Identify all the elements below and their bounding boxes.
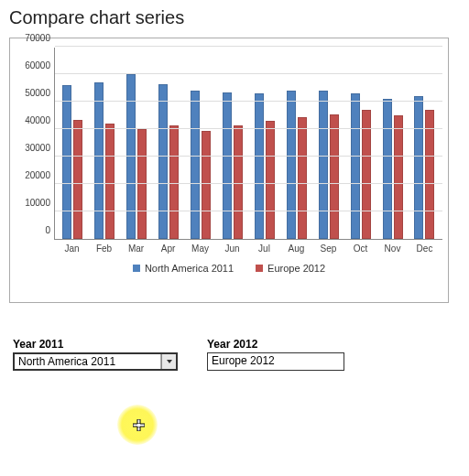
y-tick-label: 60000	[25, 60, 50, 70]
bar-eu	[330, 114, 339, 240]
control-year-2012: Year 2012 Europe 2012	[207, 338, 344, 371]
x-tick-label: Oct	[350, 243, 372, 254]
legend-label: North America 2011	[145, 263, 234, 274]
legend-item-na: North America 2011	[133, 263, 234, 274]
grid-line	[55, 73, 442, 74]
y-tick-label: 30000	[25, 143, 50, 153]
x-axis: JanFebMarAprMayJunJulAugSepOctNovDec	[54, 240, 442, 254]
x-tick-label: May	[190, 243, 212, 254]
bar-na	[414, 96, 423, 239]
bar-eu	[394, 115, 403, 239]
bar-group	[254, 93, 276, 239]
bar-eu	[73, 120, 82, 240]
bar-group	[190, 91, 212, 239]
dropdown-arrow-button[interactable]	[161, 354, 176, 369]
x-tick-label: Mar	[125, 243, 147, 254]
bar-eu	[298, 117, 307, 240]
legend-item-eu: Europe 2012	[256, 263, 325, 274]
page-title: Compare chart series	[9, 7, 460, 28]
bar-na	[158, 84, 168, 240]
x-tick-label: Jun	[222, 243, 244, 254]
bar-na	[319, 91, 328, 239]
control-label: Year 2012	[207, 338, 344, 351]
chevron-down-icon	[167, 360, 172, 363]
grid-line	[55, 101, 442, 102]
bar-eu	[425, 110, 434, 239]
x-tick-label: Feb	[93, 243, 115, 254]
bar-group	[318, 91, 340, 239]
control-label: Year 2011	[13, 338, 178, 351]
bar-group	[158, 84, 180, 240]
grid-line	[55, 128, 442, 129]
x-tick-label: Jan	[61, 243, 83, 254]
cursor-highlight	[117, 405, 158, 445]
bar-eu	[234, 125, 243, 240]
y-tick-label: 0	[45, 225, 50, 235]
legend-swatch-na	[133, 265, 140, 272]
series-box-2012[interactable]: Europe 2012	[207, 352, 344, 371]
grid-line	[55, 211, 442, 211]
bar-group	[125, 74, 147, 239]
grid-line	[55, 183, 442, 184]
y-axis: 010000200003000040000500006000070000	[16, 48, 54, 240]
bar-eu	[169, 125, 179, 240]
bar-na	[191, 91, 200, 239]
plot-area	[54, 48, 442, 240]
bar-eu	[105, 124, 115, 239]
control-year-2011: Year 2011 North America 2011	[13, 338, 178, 371]
x-tick-label: Dec	[414, 243, 436, 254]
y-tick-label: 70000	[25, 33, 50, 43]
grid-line	[55, 46, 442, 47]
grid-line	[55, 156, 442, 157]
bar-eu	[137, 129, 147, 239]
bar-na	[351, 93, 360, 239]
bar-group	[382, 99, 404, 239]
bar-eu	[362, 110, 371, 239]
legend-swatch-eu	[256, 265, 263, 272]
bar-group	[413, 96, 435, 239]
y-tick-label: 10000	[25, 198, 50, 208]
x-tick-label: Jul	[254, 243, 276, 254]
bar-group	[222, 92, 244, 240]
dropdown-value: North America 2011	[15, 354, 161, 369]
legend: North America 2011 Europe 2012	[16, 263, 442, 274]
legend-label: Europe 2012	[267, 263, 325, 274]
bar-group	[61, 85, 83, 239]
bar-na	[94, 82, 104, 239]
bar-group	[93, 82, 115, 239]
controls-row: Year 2011 North America 2011 Year 2012 E…	[9, 338, 460, 371]
y-tick-label: 20000	[25, 170, 50, 180]
x-tick-label: Aug	[286, 243, 308, 254]
bar-na	[126, 74, 136, 239]
bar-na	[255, 93, 264, 239]
bar-eu	[202, 131, 211, 240]
x-tick-label: Sep	[318, 243, 340, 254]
series-dropdown-2011[interactable]: North America 2011	[13, 352, 178, 371]
y-tick-label: 40000	[25, 115, 50, 125]
chart-area: 010000200003000040000500006000070000 Jan…	[9, 38, 449, 303]
bar-group	[350, 93, 372, 239]
bar-eu	[266, 121, 275, 239]
bar-group	[286, 91, 308, 239]
y-tick-label: 50000	[25, 88, 50, 98]
bar-na	[223, 92, 232, 240]
x-tick-label: Apr	[158, 243, 180, 254]
bar-na	[287, 91, 296, 239]
bar-na	[62, 85, 71, 239]
bar-na	[383, 99, 392, 239]
x-tick-label: Nov	[382, 243, 404, 254]
